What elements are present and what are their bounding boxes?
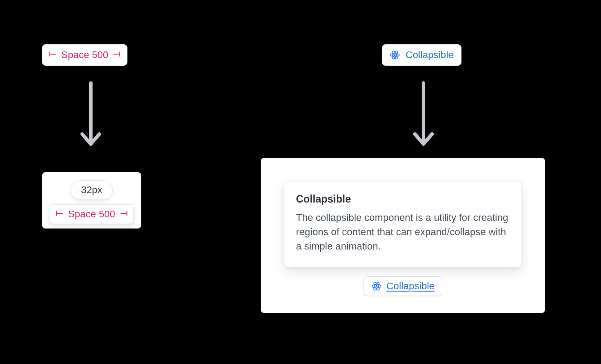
react-atom-icon [389, 50, 400, 60]
measure-left-icon [55, 208, 63, 220]
diagram-stage: Space 500 32px Space 500 [0, 0, 601, 364]
space-token-chip[interactable]: Space 500 [42, 44, 127, 66]
collapsible-link-row: Collapsible [284, 276, 522, 296]
space-token-chip-hovered[interactable]: Space 500 [50, 204, 133, 224]
svg-point-9 [394, 54, 396, 56]
measure-right-icon [120, 208, 128, 220]
space-token-label: Space 500 [68, 208, 115, 220]
measure-left-icon [49, 49, 57, 61]
collapsible-link-chip[interactable]: Collapsible [364, 276, 442, 296]
collapsible-doc-title: Collapsible [296, 193, 510, 205]
space-token-hover-panel: 32px Space 500 [42, 172, 141, 229]
collapsible-component-chip[interactable]: Collapsible [382, 44, 461, 66]
space-token-value-pill: 32px [71, 180, 113, 200]
space-token-value: 32px [81, 184, 102, 195]
collapsible-doc-description: The collapsible component is a utility f… [296, 211, 510, 254]
component-chip-label: Collapsible [406, 49, 454, 61]
react-atom-icon [371, 281, 382, 292]
measure-right-icon [113, 49, 121, 61]
svg-point-14 [376, 285, 377, 287]
collapsible-link-label: Collapsible [386, 280, 435, 292]
collapsible-doc-panel: Collapsible The collapsible component is… [261, 158, 545, 313]
arrow-down-icon [412, 80, 435, 148]
collapsible-doc-card: Collapsible The collapsible component is… [284, 181, 522, 267]
space-token-label: Space 500 [61, 49, 108, 61]
arrow-down-icon [80, 80, 102, 148]
